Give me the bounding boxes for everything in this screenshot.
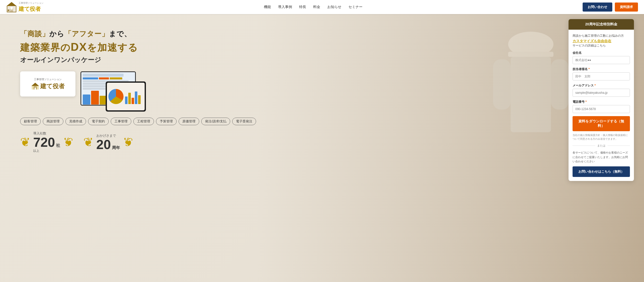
tel-input[interactable] [573,105,630,113]
docs-button[interactable]: 資料請求 [615,3,638,12]
form-promo-highlight: カスタマイズも自由自在 [573,39,630,43]
stat-anniversary-number: 20 [96,138,111,151]
divider-line-left [573,146,595,146]
stat-companies-unit: 社 [56,143,60,148]
nav-cases[interactable]: 導入事例 [278,5,292,9]
tag-customers: 顧客管理 [20,118,41,125]
tag-construction: 工事管理 [111,118,131,125]
download-button[interactable]: 資料をダウンロードする（無料） [573,116,630,131]
stat-companies-number: 720 [33,136,55,149]
main-nav: 機能 導入事例 特長 料金 お知らせ セミナー [264,5,363,9]
form-body: 商談から施工管理の工数にお悩みの方 カスタマイズも自由自在 サービスの詳細はこち… [569,30,634,181]
nav-seminar[interactable]: セミナー [348,5,363,9]
stats-container: ❦ 導入社数 720 社 以上 ❦ ❦ おかげさまで [20,131,332,153]
nav-strengths[interactable]: 特長 [299,5,306,9]
laurel-right-1: ❦ [63,136,73,148]
form-privacy-text: 当社の個人情報保護方針・個人情報の取扱規程について同意される方のみ送信できます。 [573,133,630,141]
stat-companies: ❦ 導入社数 720 社 以上 ❦ [20,131,73,153]
product-house-icon [31,82,39,90]
form-panel: 20周年記念特別料金 商談から施工管理の工数にお悩みの方 カスタマイズも自由自在… [569,19,634,181]
tag-sales: 商談管理 [43,118,63,125]
company-label: 会社名 [573,51,630,55]
form-promo: 商談から施工管理の工数にお悩みの方 カスタマイズも自由自在 サービスの詳細はこち… [573,34,630,48]
tel-label: 電話番号 * [573,100,630,104]
inquiry-button[interactable]: お問い合わせはこちら（無料） [573,166,630,177]
nav-features[interactable]: 機能 [264,5,271,9]
person-field-group: 担当者様名 * [573,67,630,80]
company-field-group: 会社名 [573,51,630,64]
email-input[interactable] [573,89,630,97]
tag-estimate: 見積作成 [65,118,86,125]
hero-content: 「商談」から「アフター」まで、 建築業界のDXを加速する オールインワンパッケー… [0,14,352,163]
form-promo-sub: サービスの詳細はこちら [573,43,630,48]
form-card: 20周年記念特別料金 商談から施工管理の工数にお悩みの方 カスタマイズも自由自在… [569,19,634,181]
tag-cost: 原価管理 [179,118,199,125]
product-logo-name: 建て役者 [31,82,65,90]
contact-button[interactable]: お問い合わせ [583,3,612,12]
feature-tags: 顧客管理 商談管理 見積作成 電子契約 工事管理 工程管理 予算管理 原価管理 … [20,118,332,125]
laurel-left-2: ❦ [83,136,93,148]
laurel-left-1: ❦ [20,136,30,148]
svg-rect-5 [11,7,13,10]
svg-rect-15 [34,87,36,89]
nav-pricing[interactable]: 料金 [313,5,320,9]
company-input[interactable] [573,56,630,64]
person-input[interactable] [573,72,630,80]
logo-icon: 建 [6,2,17,13]
hero-section: 「商談」から「アフター」まで、 建築業界のDXを加速する オールインワンパッケー… [0,14,644,282]
form-header: 20周年記念特別料金 [569,19,634,30]
logo-text: 建て役者 [19,6,41,12]
hero-left-col: 「商談」から「アフター」まで、 建築業界のDXを加速する オールインワンパッケー… [20,24,332,153]
svg-marker-4 [7,2,17,6]
stat-anniversary-unit: 周年 [112,145,120,151]
divider-line-right [608,146,630,146]
stat-anniversary: ❦ おかげさまで 20 周年 ❦ [83,133,133,151]
product-logo-box: 工事管理ソリューション 建て役者 [20,71,75,97]
email-field-group: メールアドレス * [573,83,630,97]
hero-sub2-heading: オールインワンパッケージ [20,56,332,64]
tag-schedule: 工程管理 [133,118,154,125]
screens-mockup [80,71,146,112]
tablet-screen [106,81,146,112]
header: 建 工事管理ソリューション 建て役者 機能 導入事例 特長 料金 お知らせ セミ… [0,0,644,14]
logo[interactable]: 建 工事管理ソリューション 建て役者 [6,2,44,13]
svg-text:建: 建 [7,9,10,12]
email-label: メールアドレス * [573,83,630,88]
tag-billing: 発注/請求/支払 [201,118,230,125]
header-buttons: お問い合わせ 資料請求 [583,3,638,12]
form-divider: または [573,144,630,148]
tag-contract: 電子契約 [88,118,109,125]
tag-budget: 予算管理 [156,118,177,125]
divider-text: または [597,144,606,148]
tel-field-group: 電話番号 * [573,100,630,113]
form-promo-text: 商談から施工管理の工数にお悩みの方 [573,34,630,38]
laurel-right-2: ❦ [123,136,133,148]
product-logo-label: 工事管理ソリューション [31,78,65,81]
hero-main-heading: 建築業界のDXを加速する [20,41,332,54]
svg-marker-13 [31,83,39,86]
tag-ordering: 電子受発注 [232,118,256,125]
logo-subtitle: 工事管理ソリューション [19,2,44,5]
form-inquiry-text: 各サービスについて、価格やお客様のニーズに合わせてご提案いたします。お気軽にお問… [573,151,630,164]
hero-sub-heading: 「商談」から「アフター」まで、 [20,29,332,39]
person-label: 担当者様名 * [573,67,630,71]
nav-news[interactable]: お知らせ [327,5,341,9]
